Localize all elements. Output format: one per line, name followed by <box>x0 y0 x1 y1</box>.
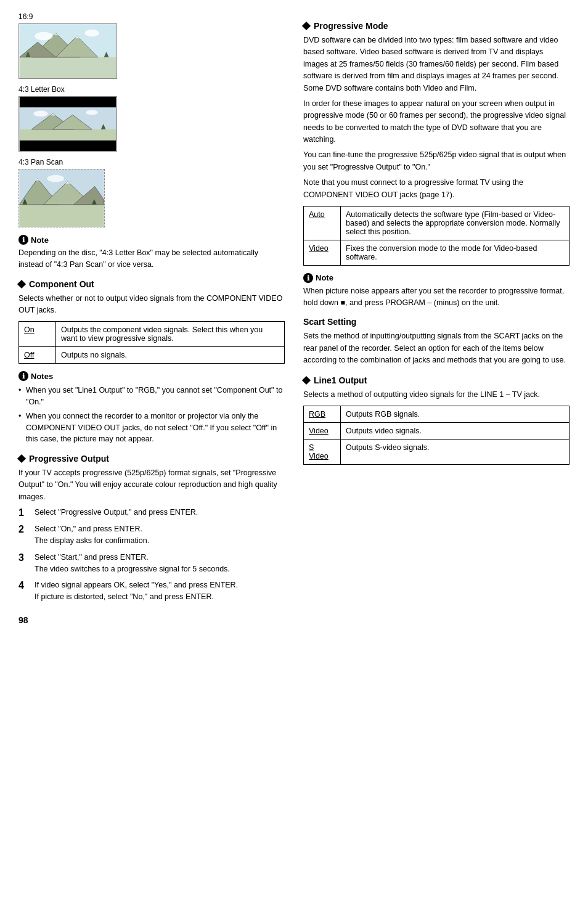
note-aspect: ℹ Note Depending on the disc, "4:3 Lette… <box>18 235 285 271</box>
line1-option-svideo: S Video <box>304 439 341 464</box>
scart-header: Scart Setting <box>303 317 570 327</box>
line1-table: RGB Outputs RGB signals. Video Outputs v… <box>303 406 570 465</box>
aspect-letterbox-label: 4:3 Letter Box <box>18 85 117 94</box>
list-item: When you set "Line1 Output" to "RGB," yo… <box>18 385 285 408</box>
component-option-off: Off <box>19 347 56 364</box>
steps-list: 1 Select "Progressive Output," and press… <box>18 507 285 603</box>
left-column: 16:9 <box>18 12 285 625</box>
step-num-4: 4 <box>18 579 30 603</box>
progressive-mode-table: Auto Automatically detects the software … <box>303 206 570 266</box>
aspect-panscan-image <box>18 169 105 227</box>
step-1: 1 Select "Progressive Output," and press… <box>18 507 285 518</box>
note-progressive-text: When picture noise appears after you set… <box>303 285 570 309</box>
step-text-3: Select "Start," and press ENTER.The vide… <box>35 552 285 575</box>
step-text-4: If video signal appears OK, select "Yes,… <box>35 579 285 603</box>
table-row: Off Outputs no signals. <box>19 347 285 364</box>
line1-output-header: Line1 Output <box>303 375 570 385</box>
note-progressive: ℹ Note When picture noise appears after … <box>303 273 570 309</box>
step-4: 4 If video signal appears OK, select "Ye… <box>18 579 285 603</box>
line1-option-rgb: RGB <box>304 406 341 422</box>
line1-output-text: Selects a method of outputting video sig… <box>303 389 570 401</box>
line1-desc-rgb: Outputs RGB signals. <box>341 406 570 422</box>
note-aspect-text: Depending on the disc, "4:3 Letter Box" … <box>18 247 285 271</box>
table-row: Video Outputs video signals. <box>304 422 570 439</box>
progressive-mode-text4: Note that you must connect to a progress… <box>303 177 570 201</box>
svg-point-20 <box>86 110 98 115</box>
line1-desc-video: Outputs video signals. <box>341 422 570 439</box>
progressive-output-text: If your TV accepts progressive (525p/625… <box>18 467 285 503</box>
svg-point-19 <box>33 110 47 117</box>
component-option-on: On <box>19 322 56 347</box>
progressive-mode-text2: In order for these images to appear natu… <box>303 98 570 146</box>
step-num-2: 2 <box>18 523 30 547</box>
aspect-letterbox-image <box>18 96 117 152</box>
component-desc-on: Outputs the component video signals. Sel… <box>56 322 285 347</box>
scart-text: Sets the method of inputting/outputting … <box>303 330 570 366</box>
table-row: Auto Automatically detects the software … <box>304 206 570 240</box>
svg-point-10 <box>84 30 99 37</box>
prog-option-auto: Auto <box>304 206 341 240</box>
component-desc-off: Outputs no signals. <box>56 347 285 364</box>
table-row: On Outputs the component video signals. … <box>19 322 285 347</box>
note-aspect-title: ℹ Note <box>18 235 285 245</box>
notes-title: ℹ Notes <box>18 371 285 381</box>
diamond-icon-4 <box>302 375 311 384</box>
aspect-letterbox: 4:3 Letter Box <box>18 85 285 152</box>
step-num-3: 3 <box>18 552 30 575</box>
component-out-header: Component Out <box>18 279 285 289</box>
step-2: 2 Select "On," and press ENTER.The displ… <box>18 523 285 547</box>
step-3: 3 Select "Start," and press ENTER.The vi… <box>18 552 285 575</box>
aspect-ratio-section: 16:9 <box>18 12 285 227</box>
line1-desc-svideo: Outputs S-video signals. <box>341 439 570 464</box>
progressive-mode-text3: You can fine-tune the progressive 525p/6… <box>303 149 570 173</box>
progressive-mode-header: Progressive Mode <box>303 21 570 31</box>
svg-point-31 <box>47 175 64 182</box>
prog-desc-video: Fixes the conversion mode to the mode fo… <box>341 240 570 265</box>
svg-rect-1 <box>20 57 116 78</box>
aspect-169-image <box>18 23 117 79</box>
note-icon: ℹ <box>18 235 28 245</box>
component-out-table: On Outputs the component video signals. … <box>18 321 285 364</box>
notes-bullets-list: When you set "Line1 Output" to "RGB," yo… <box>18 385 285 445</box>
svg-point-9 <box>35 32 52 41</box>
prog-desc-auto: Automatically detects the software type … <box>341 206 570 240</box>
step-text-2: Select "On," and press ENTER.The display… <box>35 523 285 547</box>
table-row: S Video Outputs S-video signals. <box>304 439 570 464</box>
page-number: 98 <box>18 615 285 625</box>
prog-option-video: Video <box>304 240 341 265</box>
note-icon-3: ℹ <box>303 273 313 283</box>
step-num-1: 1 <box>18 507 30 518</box>
step-text-1: Select "Progressive Output," and press E… <box>35 507 285 518</box>
aspect-169-label: 16:9 <box>18 12 117 21</box>
component-out-text: Selects whether or not to output video s… <box>18 293 285 317</box>
diamond-icon <box>17 279 26 288</box>
aspect-panscan: 4:3 Pan Scan <box>18 158 285 227</box>
right-column: Progressive Mode DVD software can be div… <box>303 12 570 625</box>
diamond-icon-3 <box>302 22 311 30</box>
note-icon-2: ℹ <box>18 371 28 381</box>
list-item: When you connect the recorder to a monit… <box>18 411 285 445</box>
progressive-mode-text1: DVD software can be divided into two typ… <box>303 35 570 94</box>
table-row: RGB Outputs RGB signals. <box>304 406 570 422</box>
diamond-icon-2 <box>17 454 26 463</box>
aspect-169: 16:9 <box>18 12 285 79</box>
progressive-output-header: Progressive Output <box>18 454 285 464</box>
aspect-panscan-label: 4:3 Pan Scan <box>18 158 105 166</box>
table-row: Video Fixes the conversion mode to the m… <box>304 240 570 265</box>
svg-rect-15 <box>20 129 116 141</box>
line1-option-video: Video <box>304 422 341 439</box>
notes-section: ℹ Notes When you set "Line1 Output" to "… <box>18 371 285 445</box>
note-progressive-title: ℹ Note <box>303 273 570 283</box>
svg-rect-23 <box>19 205 104 227</box>
